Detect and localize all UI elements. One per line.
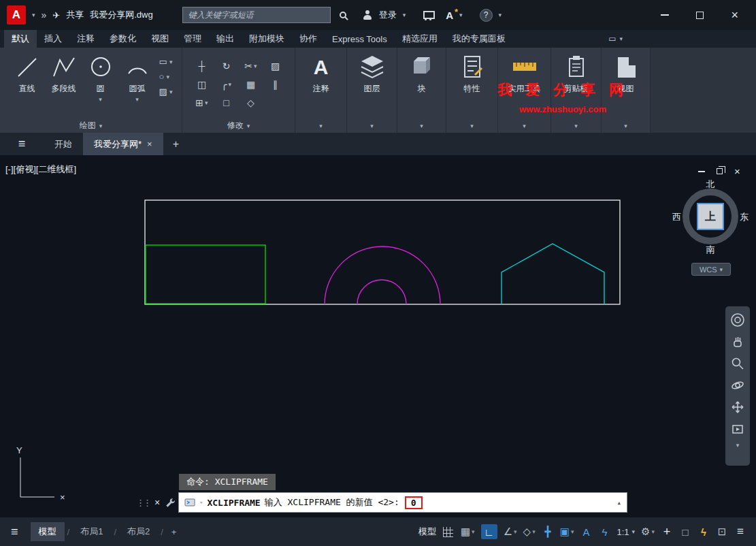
- annotation-visibility-icon[interactable]: A: [580, 524, 592, 539]
- model-tab[interactable]: 模型: [31, 522, 65, 541]
- viewcube-west[interactable]: 西: [672, 211, 681, 223]
- ribbon-tab-collaborate[interactable]: 协作: [292, 30, 325, 48]
- ribbon-tab-manage[interactable]: 管理: [176, 30, 209, 48]
- command-close-icon[interactable]: ×: [154, 497, 160, 508]
- graphics-performance-icon[interactable]: ϟ: [697, 524, 710, 539]
- user-icon[interactable]: [362, 10, 373, 20]
- viewcube-east[interactable]: 东: [740, 211, 749, 223]
- search-icon[interactable]: [340, 12, 346, 18]
- ribbon-tab-addins[interactable]: 附加模块: [242, 30, 292, 48]
- isolate-objects-icon[interactable]: □: [679, 524, 691, 539]
- autoscale-icon[interactable]: ϟ: [598, 524, 610, 539]
- viewport-controls-label[interactable]: [-][俯视][二维线框]: [5, 163, 76, 176]
- ribbon-tab-featured-apps[interactable]: 精选应用: [395, 30, 445, 48]
- workspace-gear-icon[interactable]: ⚙▾: [641, 524, 655, 539]
- properties-button[interactable]: 特性: [455, 51, 490, 95]
- share-button[interactable]: 共享: [66, 9, 84, 21]
- ribbon-tab-view[interactable]: 视图: [144, 30, 176, 48]
- caret-down-icon[interactable]: ▾: [472, 528, 475, 535]
- pan-hand-icon[interactable]: [729, 333, 746, 351]
- layers-button[interactable]: 图层: [355, 51, 390, 95]
- ribbon-display-toggle[interactable]: ▭ ▾: [608, 30, 623, 48]
- caret-down-icon[interactable]: ▾: [651, 528, 655, 535]
- erase-button[interactable]: ▨: [263, 57, 288, 75]
- help-caret-icon[interactable]: ▾: [499, 12, 502, 18]
- help-icon[interactable]: ?: [480, 9, 493, 22]
- view-cube[interactable]: 北 西 上 东 南: [674, 180, 747, 255]
- hatch-button[interactable]: ▨▾: [159, 86, 173, 97]
- caret-down-icon[interactable]: ▾: [514, 528, 517, 535]
- recent-commands-caret-icon[interactable]: ▾: [199, 499, 203, 506]
- utilities-panel-expand[interactable]: ▾: [498, 118, 550, 133]
- zoom-icon[interactable]: [729, 355, 746, 372]
- drawing-tab-active[interactable]: 我爱分享网* ×: [83, 133, 163, 155]
- new-drawing-tab-button[interactable]: +: [163, 133, 188, 155]
- ribbon-tab-parametric[interactable]: 参数化: [102, 30, 144, 48]
- draw-panel-title[interactable]: 绘图 ▾: [0, 118, 182, 133]
- explode-button[interactable]: ▦: [239, 75, 263, 93]
- command-input-field[interactable]: ▾ XCLIPFRAME 输入 XCLIPFRAME 的新值 <2>: 0 ▴: [178, 492, 627, 513]
- osnap-tracking-icon[interactable]: ╋: [542, 524, 554, 539]
- array-button[interactable]: ⊞▾: [190, 93, 214, 112]
- navbar-caret-icon[interactable]: ▾: [736, 442, 740, 449]
- statusbar-menu-icon[interactable]: ≡: [7, 525, 28, 539]
- maximize-button[interactable]: [696, 12, 704, 19]
- pan-arrows-icon[interactable]: [729, 398, 746, 416]
- drawing-canvas[interactable]: [0, 155, 756, 517]
- arc-button[interactable]: 圆弧 ▾: [120, 51, 155, 103]
- ribbon-tab-insert[interactable]: 插入: [37, 30, 69, 48]
- command-history-expand-icon[interactable]: ▴: [617, 498, 621, 507]
- cyan-roof-shape[interactable]: [502, 244, 604, 304]
- layers-panel-expand[interactable]: ▾: [347, 118, 397, 133]
- ribbon-tab-home[interactable]: 默认: [4, 30, 37, 48]
- properties-panel-expand[interactable]: ▾: [446, 118, 497, 133]
- caret-down-icon[interactable]: ▾: [571, 528, 574, 535]
- outer-magenta-arc[interactable]: [325, 246, 440, 304]
- store-cart-icon[interactable]: [423, 10, 434, 20]
- caret-down-icon[interactable]: ▾: [631, 528, 635, 535]
- utilities-button[interactable]: 实用工具: [507, 51, 542, 95]
- rotate-button[interactable]: ↻: [214, 57, 239, 75]
- layout2-tab[interactable]: 布局2: [119, 522, 158, 541]
- quick-access-expand-icon[interactable]: »: [42, 10, 47, 20]
- scale-button[interactable]: □: [214, 93, 239, 112]
- inner-magenta-arc[interactable]: [357, 280, 406, 304]
- boundary-rectangle[interactable]: [145, 200, 620, 304]
- start-tab[interactable]: 开始: [44, 133, 83, 155]
- caret-down-icon[interactable]: ▾: [532, 528, 536, 535]
- viewport-restore-icon[interactable]: [717, 168, 723, 174]
- wcs-selector[interactable]: WCS ▾: [691, 263, 731, 276]
- customization-icon[interactable]: ≡: [734, 524, 746, 539]
- polyline-button[interactable]: 多段线: [46, 51, 82, 95]
- clipboard-panel-expand[interactable]: ▾: [551, 118, 601, 133]
- sign-in-caret-icon[interactable]: ▾: [403, 12, 406, 18]
- sign-in-button[interactable]: 登录: [379, 9, 397, 21]
- line-button[interactable]: 直线: [10, 51, 45, 95]
- ellipse-button[interactable]: ○▾: [159, 71, 173, 82]
- block-panel-expand[interactable]: ▾: [397, 118, 446, 133]
- app-store-caret-icon[interactable]: ▾: [459, 12, 463, 18]
- offset-button[interactable]: ∥: [263, 75, 288, 93]
- polar-tracking-icon[interactable]: ∠▾: [504, 524, 517, 539]
- mirror-button[interactable]: ◫: [190, 75, 214, 93]
- clean-screen-icon[interactable]: ⊡: [716, 524, 728, 539]
- ribbon-tab-express-tools[interactable]: Express Tools: [325, 30, 395, 48]
- new-layout-button[interactable]: +: [166, 527, 182, 537]
- ribbon-tab-custom-panel[interactable]: 我的专属面板: [445, 30, 513, 48]
- annotation-panel-expand[interactable]: ▾: [295, 118, 346, 133]
- minimize-button[interactable]: [661, 14, 669, 16]
- full-navigation-wheel-icon[interactable]: [729, 311, 746, 329]
- orbit-icon[interactable]: [729, 376, 746, 394]
- drag-grip-icon[interactable]: ⋮⋮: [136, 498, 150, 508]
- recent-commands-icon[interactable]: [184, 497, 195, 508]
- wrench-icon[interactable]: [165, 497, 176, 509]
- ortho-mode-icon[interactable]: ∟: [481, 524, 497, 539]
- isodraft-icon[interactable]: ◇▾: [523, 524, 536, 539]
- clipboard-button[interactable]: 剪贴板: [559, 51, 594, 95]
- viewcube-top-face[interactable]: 上: [697, 203, 724, 230]
- viewport-close-icon[interactable]: ×: [734, 166, 740, 176]
- view-button[interactable]: 视图: [608, 51, 644, 95]
- layout1-tab[interactable]: 布局1: [72, 522, 111, 541]
- object-snap-icon[interactable]: ▣▾: [560, 524, 574, 539]
- annotation-monitor-plus-icon[interactable]: +: [661, 524, 673, 539]
